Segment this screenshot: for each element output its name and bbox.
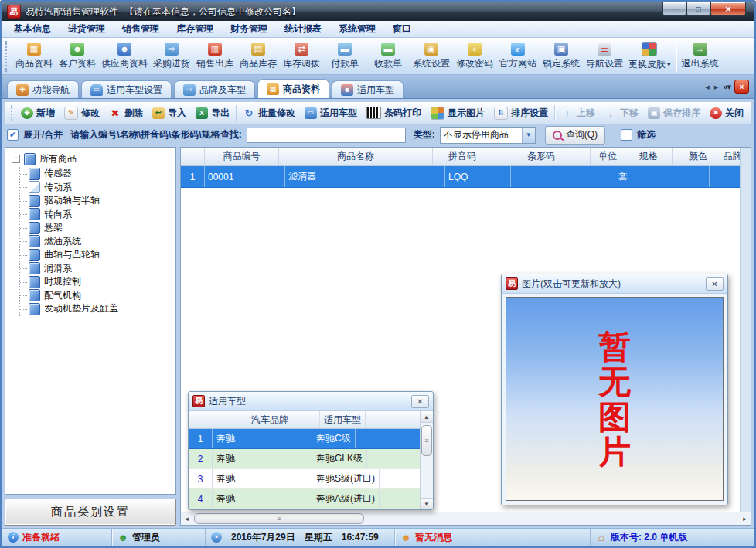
- tab-brand-model[interactable]: 品牌及车型: [174, 80, 255, 98]
- header-row-number[interactable]: [181, 148, 205, 165]
- tab-scroll-left-icon[interactable]: [705, 82, 710, 92]
- scroll-down-icon[interactable]: [421, 498, 433, 509]
- popup-title-bar[interactable]: 易 图片(双击可更新和放大): [502, 274, 727, 294]
- menu-window[interactable]: 窗口: [384, 21, 420, 37]
- system-settings-button[interactable]: 系统设置: [410, 39, 453, 73]
- tab-function-nav[interactable]: 功能导航: [7, 80, 79, 98]
- edit-button[interactable]: 修改: [60, 104, 104, 122]
- tree-node-suspension[interactable]: 悬架: [20, 221, 174, 235]
- sales-out-button[interactable]: 销售出库: [193, 39, 237, 73]
- customer-data-button[interactable]: 客户资料: [56, 39, 99, 73]
- stock-transfer-button[interactable]: 库存调拨: [280, 39, 323, 73]
- tree-node-steering[interactable]: 转向系: [20, 208, 174, 222]
- batch-edit-button[interactable]: 批量修改: [238, 104, 300, 122]
- header-barcode[interactable]: 条形码: [492, 148, 591, 165]
- model-row[interactable]: 1 奔驰 奔驰C级: [189, 429, 421, 449]
- header-product-code[interactable]: 商品编号: [205, 148, 279, 165]
- vertical-scrollbar[interactable]: [740, 148, 751, 512]
- header-unit[interactable]: 单位: [591, 148, 625, 165]
- tree-node-transmission[interactable]: 传动系: [20, 181, 174, 195]
- supplier-data-button[interactable]: 供应商资料: [99, 39, 150, 73]
- clock-icon: [211, 532, 222, 543]
- save-sort-button[interactable]: 保存排序: [643, 104, 705, 122]
- barcode-print-button[interactable]: 条码打印: [362, 104, 426, 122]
- header-color[interactable]: 颜色: [673, 148, 724, 165]
- search-input[interactable]: [247, 128, 406, 143]
- popup-title-bar[interactable]: 易 适用车型: [189, 392, 433, 411]
- menu-basic-info[interactable]: 基本信息: [5, 21, 60, 37]
- tree-node-valve-train[interactable]: 配气机构: [20, 289, 174, 303]
- scrollbar-thumb[interactable]: [421, 425, 432, 456]
- model-row[interactable]: 3 奔驰 奔驰S级(进口): [189, 469, 421, 489]
- applicable-model-button[interactable]: 适用车型: [300, 104, 362, 122]
- tab-overflow-icon[interactable]: [723, 82, 730, 92]
- header-car-brand[interactable]: 汽车品牌: [220, 411, 320, 428]
- add-button[interactable]: 新增: [16, 104, 60, 122]
- tree-node-root[interactable]: 所有商品: [7, 151, 174, 167]
- tree-node-lubrication[interactable]: 润滑系: [20, 262, 174, 276]
- change-skin-button[interactable]: 更换皮肤▾: [626, 39, 673, 73]
- tree-node-crankshaft[interactable]: 曲轴与凸轮轴: [20, 248, 174, 262]
- scroll-left-icon[interactable]: [181, 515, 192, 522]
- tree-collapse-icon[interactable]: [12, 155, 20, 163]
- delete-button[interactable]: 删除: [104, 104, 148, 122]
- close-view-button[interactable]: 关闭: [705, 104, 748, 122]
- vertical-scrollbar[interactable]: [420, 411, 433, 509]
- menu-system-mgmt[interactable]: 系统管理: [330, 21, 384, 37]
- exit-system-button[interactable]: 退出系统: [679, 39, 722, 73]
- official-website-button[interactable]: 官方网站: [496, 39, 540, 73]
- header-pinyin-code[interactable]: 拼音码: [433, 148, 492, 165]
- scrollbar-thumb[interactable]: [194, 513, 364, 524]
- expand-merge-checkbox[interactable]: [7, 129, 19, 141]
- tree-node-sensor[interactable]: 传感器: [20, 167, 174, 181]
- scroll-up-icon[interactable]: [421, 411, 433, 423]
- close-button[interactable]: [710, 2, 746, 16]
- filter-checkbox[interactable]: [621, 129, 632, 141]
- scroll-right-icon[interactable]: [739, 515, 751, 522]
- image-preview-area[interactable]: 暂 无 图 片: [506, 297, 724, 501]
- receipt-slip-button[interactable]: 收款单: [366, 39, 410, 73]
- model-row[interactable]: 4 奔驰 奔驰A级(进口): [189, 489, 421, 509]
- nav-settings-button[interactable]: 导航设置: [583, 39, 626, 73]
- header-product-name[interactable]: 商品名称: [279, 148, 433, 165]
- menu-inventory-mgmt[interactable]: 库存管理: [168, 21, 222, 37]
- menu-finance-mgmt[interactable]: 财务管理: [222, 21, 276, 37]
- menu-purchase-mgmt[interactable]: 进货管理: [60, 21, 114, 37]
- menu-reports[interactable]: 统计报表: [276, 21, 330, 37]
- header-applicable-model[interactable]: 适用车型: [320, 411, 366, 428]
- tree-node-drive-axle[interactable]: 驱动轴与半轴: [20, 194, 174, 208]
- model-row[interactable]: 2 奔驰 奔驰GLK级: [189, 449, 421, 469]
- purchase-in-button[interactable]: 采购进货: [150, 39, 193, 73]
- menu-sales-mgmt[interactable]: 销售管理: [114, 21, 168, 37]
- change-password-button[interactable]: 修改密码: [453, 39, 496, 73]
- header-spec[interactable]: 规格: [625, 148, 673, 165]
- horizontal-scrollbar[interactable]: [181, 512, 751, 525]
- goods-data-button[interactable]: 商品资料: [12, 39, 56, 73]
- tree-node-timing-control[interactable]: 时规控制: [20, 275, 174, 289]
- category-settings-button[interactable]: 商品类别设置: [5, 499, 176, 526]
- tab-model-settings[interactable]: 适用车型设置: [81, 80, 172, 98]
- tree-node-fuel-system[interactable]: 燃油系统: [20, 235, 174, 249]
- show-image-button[interactable]: 显示图片: [426, 104, 489, 122]
- goods-stock-button[interactable]: 商品库存: [237, 39, 280, 73]
- query-button[interactable]: 查询(Q): [545, 126, 605, 145]
- tab-close-icon[interactable]: [734, 80, 749, 94]
- tab-applicable-model[interactable]: 适用车型: [332, 80, 404, 98]
- sort-settings-button[interactable]: 排序设置: [489, 104, 553, 122]
- move-up-button[interactable]: 上移: [557, 104, 600, 122]
- payment-slip-button[interactable]: 付款单: [323, 39, 366, 73]
- lock-system-button[interactable]: 锁定系统: [540, 39, 583, 73]
- move-down-button[interactable]: 下移: [600, 104, 643, 122]
- close-icon[interactable]: [706, 277, 724, 291]
- header-brand[interactable]: 品牌: [724, 148, 741, 165]
- tab-goods-data[interactable]: 商品资料: [257, 79, 329, 98]
- export-button[interactable]: 导出: [191, 104, 234, 122]
- maximize-button[interactable]: [686, 2, 710, 16]
- tab-scroll-right-icon[interactable]: [714, 82, 719, 92]
- type-select[interactable]: 不显示停用商品: [440, 127, 536, 144]
- minimize-button[interactable]: [662, 2, 686, 16]
- close-icon[interactable]: [411, 395, 429, 408]
- tree-node-engine-gasket[interactable]: 发动机垫片及缸盖: [20, 302, 174, 316]
- table-row-selected[interactable]: 1 00001 滤清器 LQQ 套: [181, 166, 741, 188]
- import-button[interactable]: 导入: [148, 104, 191, 122]
